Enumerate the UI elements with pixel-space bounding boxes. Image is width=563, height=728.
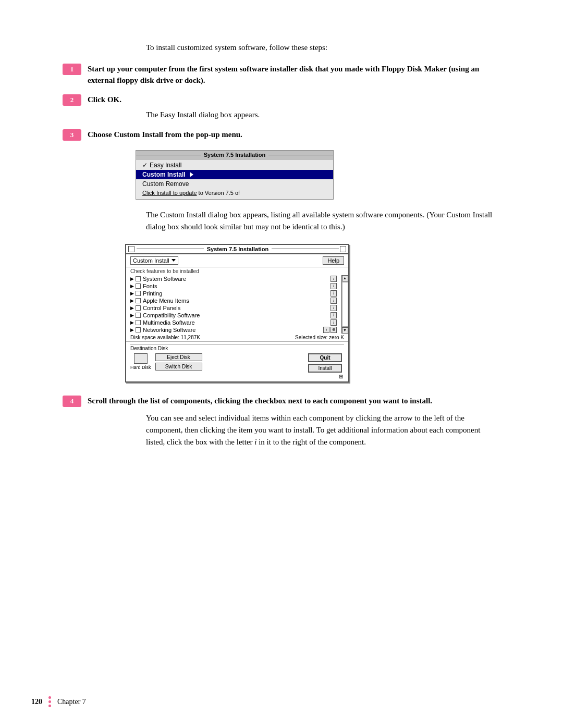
scrollbar-track[interactable] xyxy=(342,282,348,327)
features-label: Check features to be installed xyxy=(126,267,348,275)
popup-menu-content: Easy Install Custom Install Custom Remov… xyxy=(136,159,333,199)
installer-toolbar: Custom Install Help xyxy=(126,254,348,267)
list-item-compatibility[interactable]: ▶ Compatibility Software i xyxy=(126,312,341,319)
step-2: 2 Click OK. xyxy=(63,94,500,106)
dropdown-arrow-icon xyxy=(172,259,176,262)
scroll-indicator-icon: ⊕ xyxy=(331,327,337,333)
resize-handle[interactable]: ⊞ xyxy=(130,373,344,379)
help-button[interactable]: Help xyxy=(323,256,344,265)
checkbox-apple-menu[interactable] xyxy=(136,298,141,303)
list-item-networking[interactable]: ▶ Networking Software i ⊕ xyxy=(126,326,341,334)
scrollbar[interactable]: ▲ ▼ xyxy=(341,275,348,334)
page-number: 120 xyxy=(31,698,42,706)
component-list: ▶ System Software i ▶ Fonts i ▶ Printing… xyxy=(126,275,341,334)
list-item-control-panels[interactable]: ▶ Control Panels i xyxy=(126,304,341,312)
expand-arrow-icon: ▶ xyxy=(130,320,134,325)
destination-inner: Hard Disk Eject Disk Switch Disk xyxy=(130,353,202,371)
expand-arrow-icon: ▶ xyxy=(130,327,134,332)
step-1-number: 1 xyxy=(63,64,81,75)
info-icon-printing[interactable]: i xyxy=(331,290,337,297)
expand-arrow-icon: ▶ xyxy=(130,305,134,311)
body-text-after-popup: The Custom Install dialog box appears, l… xyxy=(146,209,500,233)
disk-info-row: Disk space available: 11,287K Selected s… xyxy=(126,334,348,342)
component-list-wrapper: ▶ System Software i ▶ Fonts i ▶ Printing… xyxy=(126,275,348,334)
checkbox-printing[interactable] xyxy=(136,291,141,296)
popup-menu-screenshot: System 7.5 Installation Easy Install Cus… xyxy=(136,150,334,200)
list-item-printing[interactable]: ▶ Printing i xyxy=(126,290,341,297)
list-item-apple-menu[interactable]: ▶ Apple Menu Items i xyxy=(126,297,341,304)
popup-item-easy-install[interactable]: Easy Install xyxy=(136,161,333,170)
switch-disk-button[interactable]: Switch Disk xyxy=(155,363,202,371)
intro-text: To install customized system software, f… xyxy=(146,42,500,54)
footer-dot-2 xyxy=(48,700,51,703)
step-4: 4 Scroll through the list of components,… xyxy=(63,395,500,407)
hard-disk-label: Hard Disk xyxy=(130,365,151,370)
step-4-number: 4 xyxy=(63,396,81,407)
expand-arrow-icon: ▶ xyxy=(130,276,134,281)
step-2-subtext: The Easy Install dialog box appears. xyxy=(146,109,500,121)
info-icon-multimedia[interactable]: i xyxy=(331,319,337,326)
destination-section: Destination Disk Hard Disk Eject Disk Sw… xyxy=(126,342,348,381)
expand-arrow-icon: ▶ xyxy=(130,313,134,318)
close-button[interactable] xyxy=(128,246,134,252)
step-3-text: Choose Custom Install from the pop-up me… xyxy=(88,129,242,141)
step-1-text: Start up your computer from the first sy… xyxy=(88,63,500,87)
info-icon-networking[interactable]: i xyxy=(323,327,329,333)
checkbox-system-software[interactable] xyxy=(136,276,141,281)
checkbox-compatibility[interactable] xyxy=(136,313,141,318)
install-button[interactable]: Install xyxy=(308,364,342,373)
checkbox-networking[interactable] xyxy=(136,327,141,332)
page-footer: 120 Chapter 7 xyxy=(0,696,563,707)
bottom-row: Hard Disk Eject Disk Switch Disk Quit In… xyxy=(130,353,344,373)
disk-icon xyxy=(134,353,148,364)
footer-chapter-label: Chapter 7 xyxy=(57,698,86,706)
popup-title-bar: System 7.5 Installation xyxy=(136,151,333,159)
checkbox-fonts[interactable] xyxy=(136,283,141,289)
disk-space-label: Disk space available: 11,287K xyxy=(130,335,200,340)
footer-dot-3 xyxy=(48,705,51,707)
scroll-down-arrow[interactable]: ▼ xyxy=(342,327,348,334)
step-3-number: 3 xyxy=(63,129,81,141)
checkbox-multimedia[interactable] xyxy=(136,320,141,325)
info-icon-system-software[interactable]: i xyxy=(331,276,337,282)
resize-button[interactable] xyxy=(340,246,346,252)
page: To install customized system software, f… xyxy=(0,0,563,728)
step-2-number: 2 xyxy=(63,94,81,106)
checkbox-control-panels[interactable] xyxy=(136,305,141,311)
popup-item-custom-remove[interactable]: Custom Remove xyxy=(136,179,333,189)
popup-bottom-text: Click Install to update to Version 7.5 o… xyxy=(136,189,333,198)
footer-dots-decoration xyxy=(48,696,51,707)
footer-dot-1 xyxy=(48,696,51,699)
destination-buttons: Eject Disk Switch Disk xyxy=(155,353,202,371)
info-icon-compatibility[interactable]: i xyxy=(331,312,337,318)
step-1: 1 Start up your computer from the first … xyxy=(63,63,500,87)
expand-arrow-icon: ▶ xyxy=(130,291,134,296)
installer-title-bar: System 7.5 Installation xyxy=(126,245,348,254)
disk-icon-area: Hard Disk xyxy=(130,353,151,370)
selected-size-label: Selected size: zero K xyxy=(295,335,344,340)
list-item-fonts[interactable]: ▶ Fonts i xyxy=(126,282,341,290)
info-icon-control-panels[interactable]: i xyxy=(331,305,337,311)
list-item-system-software[interactable]: ▶ System Software i xyxy=(126,275,341,282)
list-item-multimedia[interactable]: ▶ Multimedia Software i xyxy=(126,319,341,326)
quit-button[interactable]: Quit xyxy=(308,353,342,362)
expand-arrow-icon: ▶ xyxy=(130,283,134,289)
installer-dialog-screenshot: System 7.5 Installation Custom Install H… xyxy=(125,244,349,382)
step-4-text: Scroll through the list of components, c… xyxy=(88,395,432,407)
eject-disk-button[interactable]: Eject Disk xyxy=(155,353,202,361)
scroll-up-arrow[interactable]: ▲ xyxy=(342,275,348,281)
install-type-dropdown[interactable]: Custom Install xyxy=(130,256,178,265)
info-icon-fonts[interactable]: i xyxy=(331,283,337,289)
popup-item-custom-install[interactable]: Custom Install xyxy=(136,170,333,179)
body-text-after-scroll: You can see and select individual items … xyxy=(146,412,500,449)
main-buttons: Quit Install xyxy=(308,353,344,373)
expand-arrow-icon: ▶ xyxy=(130,298,134,303)
info-icon-apple-menu[interactable]: i xyxy=(331,298,337,304)
destination-label: Destination Disk xyxy=(130,344,344,351)
step-2-text: Click OK. xyxy=(88,94,121,106)
step-3: 3 Choose Custom Install from the pop-up … xyxy=(63,129,500,141)
